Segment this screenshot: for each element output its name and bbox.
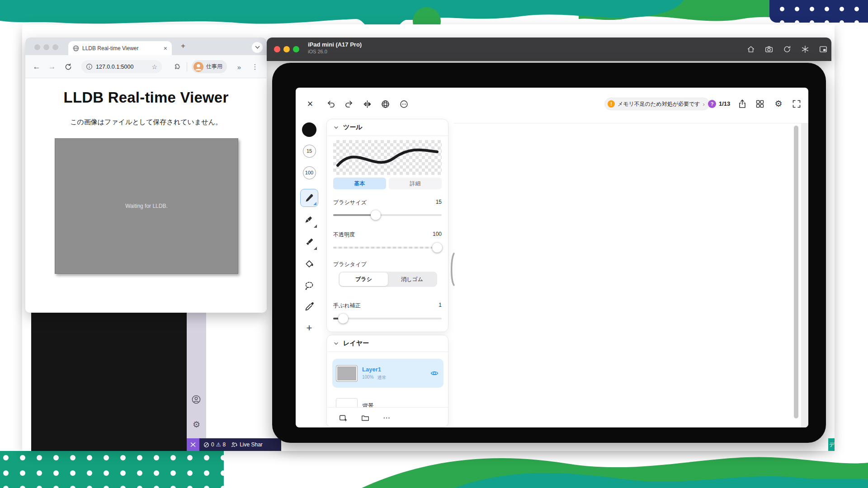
tab-search-chevron-button[interactable] — [252, 42, 263, 53]
image-placeholder: Waiting for LLDB. — [55, 138, 238, 274]
tab-basic[interactable]: 基本 — [333, 178, 386, 189]
live-share-label: Live Shar — [240, 441, 263, 448]
marker-icon — [304, 237, 314, 247]
account-icon[interactable] — [191, 394, 201, 404]
warnings-icon: ⚠ — [216, 441, 221, 448]
warning-exclamation-icon: ! — [608, 100, 615, 108]
opacity-slider[interactable] — [333, 243, 442, 253]
burst-icon[interactable] — [801, 45, 810, 54]
minimize-window-button[interactable] — [43, 44, 49, 50]
address-bar[interactable]: 127.0.0.1:5000 ☆ — [81, 60, 162, 73]
screenshot-camera-icon[interactable] — [764, 45, 774, 54]
segment-brush[interactable]: ブラシ — [340, 272, 388, 286]
slider-knob[interactable] — [338, 314, 348, 324]
redo-icon[interactable] — [344, 99, 354, 109]
settings-gear-icon[interactable]: ⚙ — [187, 419, 206, 430]
layers-panel: レイヤー Layer1 100% 通常 — [326, 335, 448, 427]
chevron-down-icon — [333, 125, 339, 130]
close-canvas-icon[interactable]: × — [305, 99, 315, 109]
profile-chip[interactable]: 仕事用 — [192, 60, 227, 73]
back-button[interactable]: ← — [32, 62, 42, 72]
opacity-value: 100 — [433, 231, 442, 239]
simulator-toolbar-icons — [746, 45, 828, 54]
reference-sphere-icon[interactable] — [380, 99, 390, 109]
lasso-tool-button[interactable] — [300, 277, 318, 295]
canvas-scrollbar[interactable] — [794, 126, 798, 418]
extensions-puzzle-icon[interactable] — [171, 62, 181, 72]
layer-visibility-eye-icon[interactable] — [430, 369, 439, 377]
globe-favicon — [73, 45, 79, 52]
remote-indicator-icon[interactable] — [187, 438, 199, 451]
add-tool-button[interactable]: + — [300, 319, 318, 337]
artboards-grid-icon[interactable] — [755, 99, 765, 109]
reload-button[interactable] — [63, 62, 73, 72]
zoom-window-button[interactable] — [293, 46, 299, 52]
brush-size-slider[interactable] — [333, 210, 442, 220]
tools-panel-header[interactable]: ツール — [327, 119, 448, 136]
slider-knob[interactable] — [371, 210, 381, 220]
window-mode-icon[interactable] — [819, 45, 828, 54]
window-controls — [274, 46, 299, 52]
pen-tool-button[interactable] — [300, 189, 318, 207]
eyedropper-tool-button[interactable] — [300, 297, 318, 315]
flip-canvas-icon[interactable] — [362, 99, 372, 109]
close-window-button[interactable] — [34, 44, 40, 50]
marker-tool-button[interactable] — [300, 233, 318, 251]
stabilization-value: 1 — [439, 302, 442, 310]
ipad-screen: × ! メモリ不足のため対処が必要です › ? 1/13 — [296, 88, 808, 427]
more-options-icon[interactable] — [399, 99, 409, 109]
brush-type-segmented-control: ブラシ 消しゴム — [339, 272, 437, 287]
site-info-icon[interactable] — [86, 63, 93, 70]
warnings-count: 8 — [222, 441, 226, 448]
undo-icon[interactable] — [326, 99, 336, 109]
tool-variant-triangle — [314, 225, 317, 228]
add-folder-icon[interactable] — [361, 413, 370, 422]
home-icon[interactable] — [746, 45, 755, 54]
problems-status[interactable]: 0 ⚠ 8 — [199, 441, 226, 448]
add-layer-icon[interactable] — [339, 413, 348, 422]
tab-detail[interactable]: 詳細 — [389, 178, 442, 189]
help-badge-icon[interactable]: ? — [708, 100, 716, 108]
drawing-canvas[interactable] — [454, 123, 801, 427]
opacity-badge[interactable]: 100 — [300, 164, 318, 182]
brush-size-badge[interactable]: 15 — [300, 142, 318, 160]
fullscreen-icon[interactable] — [792, 99, 802, 109]
memory-warning-badge[interactable]: ! メモリ不足のため対処が必要です › — [604, 98, 710, 110]
simulator-device-title: iPad mini (A17 Pro) — [308, 41, 362, 48]
color-swatch-current[interactable] — [300, 121, 318, 139]
menu-kebab-icon[interactable]: ⋮ — [250, 62, 260, 72]
brush-size-label: ブラシサイズ — [333, 199, 367, 206]
chevron-right-icon: › — [703, 101, 705, 108]
bookmark-star-icon[interactable]: ☆ — [151, 63, 157, 70]
brush-size-value: 15 — [436, 199, 442, 206]
zoom-window-button[interactable] — [52, 44, 58, 50]
layers-panel-title: レイヤー — [343, 339, 369, 347]
fill-bucket-tool-button[interactable] — [300, 255, 318, 273]
segment-eraser[interactable]: 消しゴム — [388, 272, 436, 286]
minimize-window-button[interactable] — [283, 46, 290, 52]
panel-drawer-handle[interactable] — [449, 252, 456, 287]
brush-tool-button[interactable] — [300, 211, 318, 229]
layer-more-icon[interactable]: ⋯ — [383, 413, 390, 422]
share-icon[interactable] — [737, 99, 747, 109]
browser-window: LLDB Real-time Viewer × + ← → 127.0.0.1:… — [25, 38, 267, 313]
slider-knob[interactable] — [432, 243, 442, 253]
settings-gear-icon[interactable]: ⚙ — [774, 99, 783, 108]
new-tab-button[interactable]: + — [178, 41, 188, 51]
layer-thumbnail — [336, 365, 358, 382]
forward-button[interactable]: → — [47, 62, 57, 72]
browser-tab[interactable]: LLDB Real-time Viewer × — [68, 41, 172, 55]
browser-page: LLDB Real-time Viewer この画像はファイルとして保存されてい… — [25, 78, 267, 313]
close-tab-icon[interactable]: × — [164, 45, 167, 52]
window-controls — [34, 44, 58, 50]
layers-panel-header[interactable]: レイヤー — [327, 335, 448, 352]
close-window-button[interactable] — [274, 46, 280, 52]
simulator-window: iPad mini (A17 Pro) iOS 26.0 × — [267, 38, 831, 451]
tab-title: LLDB Real-time Viewer — [82, 45, 160, 52]
rotate-icon[interactable] — [783, 45, 792, 54]
toolbar-overflow-icon[interactable]: » — [234, 62, 244, 72]
stabilization-slider[interactable] — [333, 314, 442, 324]
layer-row-layer1[interactable]: Layer1 100% 通常 — [332, 359, 443, 388]
live-share-status[interactable]: Live Shar — [226, 441, 263, 448]
warning-text: メモリ不足のため対処が必要です — [618, 100, 700, 108]
